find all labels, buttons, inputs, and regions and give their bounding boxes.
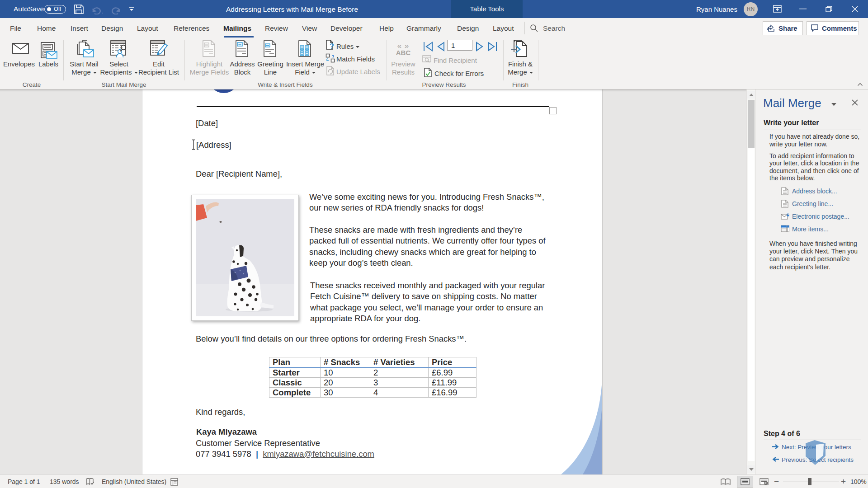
svg-text:?: ? [330,42,334,50]
